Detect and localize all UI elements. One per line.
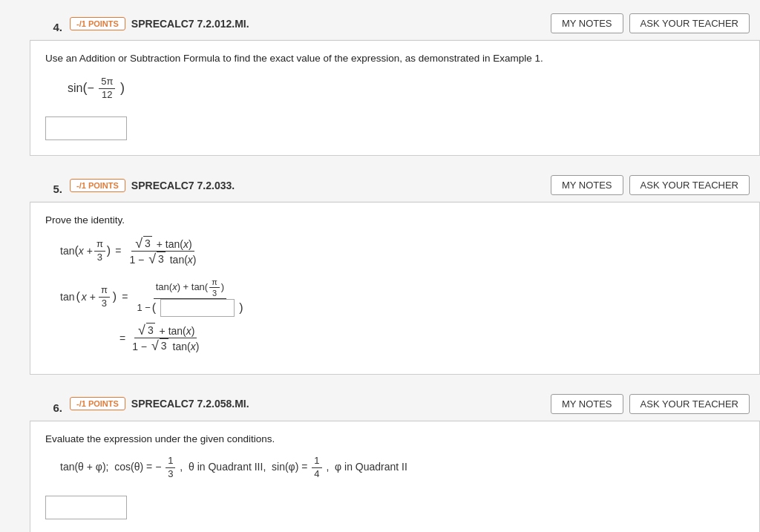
problem-5-code: SPRECALC7 7.2.033.	[131, 180, 235, 191]
problem-5-identity-display: tan ( x + π 3 ) = √ 3	[60, 236, 744, 266]
problem-4-points[interactable]: -/1 POINTS	[70, 17, 125, 30]
problem-4-answer	[45, 112, 744, 140]
problem-6-math: tan(θ + φ); cos(θ) = − 1 3 , θ in Quadra…	[60, 455, 744, 481]
problem-6-input[interactable]	[45, 496, 127, 519]
problem-4-instruction: Use an Addition or Subtraction Formula t…	[45, 53, 744, 64]
problem-6-number: 6.	[40, 394, 70, 414]
problem-4-number: 4.	[40, 13, 70, 33]
my-notes-button-5[interactable]: MY NOTES	[551, 175, 623, 195]
problem-5-instruction: Prove the identity.	[45, 214, 744, 226]
proof-line-1: tan ( x + π 3 ) = tan(x) + tan(π3) 1	[60, 277, 744, 318]
problems-container: 4. -/1 POINTS SPRECALC7 7.2.012.MI. MY N…	[0, 0, 760, 532]
problem-6-points[interactable]: -/1 POINTS	[70, 397, 125, 410]
my-notes-button-4[interactable]: MY NOTES	[551, 13, 623, 33]
problem-5-identity-eq: tan ( x + π 3 ) = √ 3	[60, 236, 744, 266]
problem-6-answer	[45, 491, 744, 519]
problem-5: 5. -/1 POINTS SPRECALC7 7.2.033. MY NOTE…	[30, 169, 760, 375]
problem-5-number: 5.	[40, 175, 70, 195]
problem-5-actions: MY NOTES ASK YOUR TEACHER	[551, 175, 750, 195]
problem-4-header: 4. -/1 POINTS SPRECALC7 7.2.012.MI. MY N…	[30, 7, 760, 40]
problem-4-code: SPRECALC7 7.2.012.MI.	[131, 18, 249, 30]
problem-4-actions: MY NOTES ASK YOUR TEACHER	[551, 13, 750, 33]
problem-6-instruction: Evaluate the expression under the given …	[45, 433, 744, 444]
problem-6-body: Evaluate the expression under the given …	[30, 421, 760, 532]
problem-4-input[interactable]	[45, 116, 127, 140]
problem-4-math: sin(− 5π 12 )	[68, 74, 744, 102]
ask-teacher-button-6[interactable]: ASK YOUR TEACHER	[629, 394, 750, 414]
ask-teacher-button-5[interactable]: ASK YOUR TEACHER	[629, 175, 750, 195]
problem-5-points[interactable]: -/1 POINTS	[70, 179, 125, 192]
problem-5-proof: tan ( x + π 3 ) = tan(x) + tan(π3) 1	[60, 277, 744, 353]
problem-4-body: Use an Addition or Subtraction Formula t…	[30, 40, 760, 156]
problem-5-header: 5. -/1 POINTS SPRECALC7 7.2.033. MY NOTE…	[30, 169, 760, 202]
problem-5-body: Prove the identity. tan ( x + π 3 ) =	[30, 202, 760, 375]
problem-6-code: SPRECALC7 7.2.058.MI.	[131, 398, 249, 410]
problem-6: 6. -/1 POINTS SPRECALC7 7.2.058.MI. MY N…	[30, 388, 760, 532]
proof-line-2: = √ 3 + tan(x) 1 − √ 3	[119, 323, 744, 353]
problem-6-header: 6. -/1 POINTS SPRECALC7 7.2.058.MI. MY N…	[30, 388, 760, 421]
ask-teacher-button-4[interactable]: ASK YOUR TEACHER	[629, 13, 750, 33]
problem-4: 4. -/1 POINTS SPRECALC7 7.2.012.MI. MY N…	[30, 7, 760, 156]
problem-6-actions: MY NOTES ASK YOUR TEACHER	[551, 394, 750, 414]
proof-input-1[interactable]	[160, 299, 235, 317]
my-notes-button-6[interactable]: MY NOTES	[551, 394, 623, 414]
